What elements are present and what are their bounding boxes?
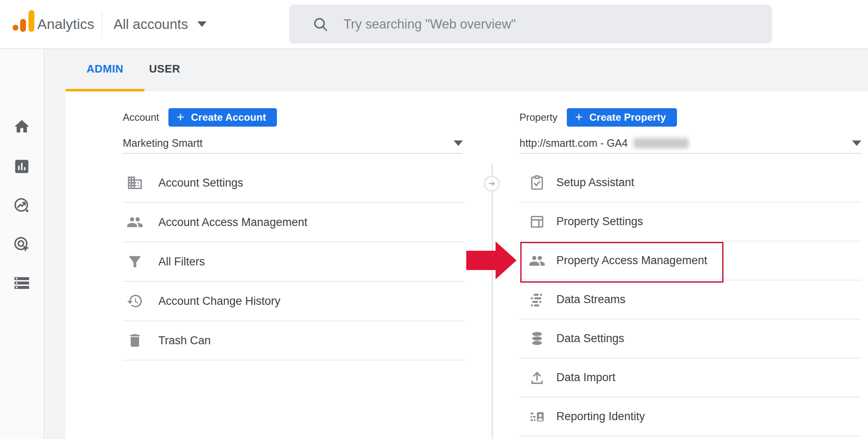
- top-header: Analytics All accounts: [0, 0, 868, 49]
- menu-item-label: Account Settings: [158, 177, 243, 190]
- create-account-button[interactable]: + Create Account: [168, 108, 277, 127]
- logo-dot: [13, 25, 18, 31]
- menu-item-label: Setup Assistant: [556, 176, 634, 189]
- property-selector-value: http://smartt.com - GA4: [519, 137, 628, 149]
- menu-item-property-settings[interactable]: Property Settings: [519, 203, 861, 242]
- menu-item-account-settings[interactable]: Account Settings: [123, 164, 465, 203]
- tab-admin[interactable]: ADMIN: [65, 49, 145, 89]
- property-column-header: Property + Create Property: [519, 108, 677, 127]
- logo-bar-tall: [28, 10, 34, 32]
- create-property-button[interactable]: + Create Property: [567, 108, 677, 127]
- tab-admin-label: ADMIN: [86, 62, 123, 75]
- column-connector-line: [492, 164, 493, 439]
- menu-item-label: Account Access Management: [158, 216, 307, 229]
- menu-item-reporting-identity[interactable]: Reporting Identity: [519, 397, 861, 436]
- menu-item-data-import[interactable]: Data Import: [519, 358, 861, 397]
- chevron-down-icon: [454, 140, 463, 146]
- menu-item-label: Property Settings: [556, 215, 643, 228]
- search-input[interactable]: [343, 16, 760, 32]
- search-icon: [313, 16, 328, 32]
- property-selector[interactable]: http://smartt.com - GA4: [519, 133, 861, 154]
- create-property-label: Create Property: [589, 112, 666, 123]
- menu-item-data-streams[interactable]: Data Streams: [519, 281, 861, 320]
- menu-item-label: Trash Can: [158, 334, 211, 347]
- connector-arrow-circle: [484, 176, 500, 192]
- history-icon: [127, 293, 143, 309]
- chevron-down-icon: [852, 140, 861, 146]
- property-heading: Property: [519, 112, 558, 123]
- google-analytics-logo-icon: [13, 9, 34, 32]
- people-icon: [127, 214, 143, 231]
- account-column-header: Account + Create Account: [123, 108, 277, 127]
- create-account-label: Create Account: [191, 112, 266, 123]
- nav-explore-icon[interactable]: [13, 197, 31, 214]
- tab-user-label: USER: [149, 62, 181, 75]
- window-icon: [529, 213, 545, 230]
- google-analytics-admin-page: Analytics All accounts ADMIN USER Accoun…: [0, 0, 868, 439]
- menu-item-label: Data Settings: [556, 332, 624, 345]
- menu-item-label: Reporting Identity: [556, 410, 645, 423]
- active-tab-underline: [65, 89, 145, 91]
- menu-item-label: Data Streams: [556, 293, 625, 306]
- arrow-right-icon: [487, 179, 496, 188]
- reporting-identity-icon: [529, 408, 545, 425]
- menu-item-label: All Filters: [158, 255, 205, 268]
- account-menu: Account SettingsAccount Access Managemen…: [123, 164, 465, 361]
- menu-item-trash-can[interactable]: Trash Can: [123, 321, 465, 361]
- menu-item-account-access-management[interactable]: Account Access Management: [123, 203, 465, 242]
- property-menu: Setup AssistantProperty SettingsProperty…: [519, 164, 861, 436]
- clipboard-check-icon: [529, 174, 545, 191]
- building-icon: [127, 174, 143, 191]
- account-selector-value: Marketing Smartt: [123, 137, 202, 149]
- menu-item-label: Data Import: [556, 371, 615, 384]
- account-heading: Account: [123, 112, 159, 123]
- database-icon: [529, 330, 545, 347]
- plus-icon: +: [177, 111, 184, 124]
- people-icon: [529, 252, 545, 269]
- nav-admin-library-icon[interactable]: [13, 274, 31, 292]
- trash-icon: [127, 332, 143, 349]
- data-streams-icon: [529, 291, 545, 308]
- plus-icon: +: [575, 111, 583, 124]
- account-switcher-label: All accounts: [114, 16, 188, 32]
- menu-item-all-filters[interactable]: All Filters: [123, 242, 465, 282]
- search-bar[interactable]: [289, 5, 772, 44]
- menu-item-setup-assistant[interactable]: Setup Assistant: [519, 164, 861, 203]
- upload-icon: [529, 369, 545, 386]
- left-nav-rail: [0, 49, 44, 439]
- account-switcher[interactable]: All accounts: [114, 0, 207, 48]
- menu-item-property-access-management[interactable]: Property Access Management: [519, 242, 861, 281]
- menu-item-label: Property Access Management: [556, 254, 707, 267]
- account-selector[interactable]: Marketing Smartt: [123, 133, 463, 154]
- logo-bar-mid: [20, 19, 26, 32]
- menu-item-account-change-history[interactable]: Account Change History: [123, 282, 465, 321]
- nav-home-icon[interactable]: [13, 118, 31, 135]
- redacted-property-id: [633, 138, 689, 148]
- nav-advertising-icon[interactable]: [13, 236, 31, 253]
- menu-item-data-settings[interactable]: Data Settings: [519, 320, 861, 358]
- chevron-down-icon: [197, 21, 207, 27]
- tab-user[interactable]: USER: [145, 49, 185, 89]
- filter-icon: [127, 253, 143, 270]
- nav-reports-icon[interactable]: [13, 158, 31, 175]
- header-divider: [102, 11, 102, 38]
- app-title: Analytics: [37, 0, 94, 48]
- menu-item-label: Account Change History: [158, 295, 280, 308]
